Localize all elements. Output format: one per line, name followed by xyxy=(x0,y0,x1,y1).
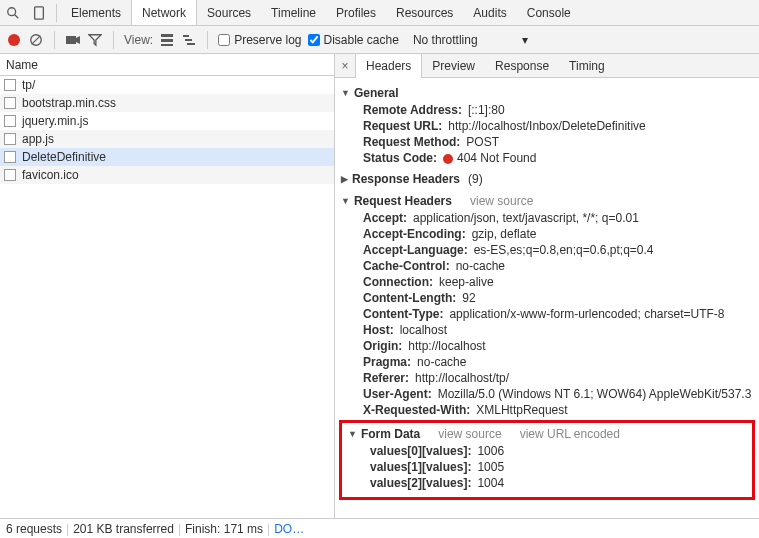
request-headers-section-header[interactable]: ▼Request Headersview source xyxy=(335,192,759,210)
view-label: View: xyxy=(124,33,153,47)
header-row: Accept-Encoding:gzip, deflate xyxy=(335,226,759,242)
header-row: X-Requested-With:XMLHttpRequest xyxy=(335,402,759,418)
request-count: 6 requests xyxy=(6,522,62,536)
file-icon xyxy=(4,79,16,91)
svg-point-0 xyxy=(8,7,16,15)
finish-time: Finish: 171 ms xyxy=(185,522,263,536)
file-icon xyxy=(4,133,16,145)
request-row[interactable]: bootstrap.min.css xyxy=(0,94,334,112)
request-row[interactable]: jquery.min.js xyxy=(0,112,334,130)
svg-line-4 xyxy=(32,35,41,44)
transferred-size: 201 KB transferred xyxy=(73,522,174,536)
svg-rect-8 xyxy=(161,44,173,46)
search-icon[interactable] xyxy=(0,0,26,26)
divider xyxy=(113,31,114,49)
subtab-response[interactable]: Response xyxy=(485,54,559,78)
request-row[interactable]: app.js xyxy=(0,130,334,148)
view-source-link[interactable]: view source xyxy=(438,427,501,441)
divider xyxy=(56,4,57,22)
request-name: DeleteDefinitive xyxy=(22,150,106,164)
filter-icon[interactable] xyxy=(87,32,103,48)
devtools-tabbar: ElementsNetworkSourcesTimelineProfilesRe… xyxy=(0,0,759,26)
svg-rect-10 xyxy=(185,39,192,41)
form-data-highlight: ▼Form Dataview sourceview URL encoded va… xyxy=(339,420,755,500)
request-row[interactable]: favicon.ico xyxy=(0,166,334,184)
device-icon[interactable] xyxy=(26,0,52,26)
record-button[interactable] xyxy=(6,32,22,48)
svg-rect-11 xyxy=(187,43,195,45)
response-headers-section-header[interactable]: ▶Response Headers(9) xyxy=(335,170,759,188)
form-data-section-header[interactable]: ▼Form Dataview sourceview URL encoded xyxy=(342,425,752,443)
svg-rect-2 xyxy=(35,6,44,18)
close-icon[interactable]: × xyxy=(335,59,355,73)
header-row: Accept:application/json, text/javascript… xyxy=(335,210,759,226)
tab-resources[interactable]: Resources xyxy=(386,0,463,26)
header-row: Referer:http://localhost/tp/ xyxy=(335,370,759,386)
tab-console[interactable]: Console xyxy=(517,0,581,26)
name-column-header[interactable]: Name xyxy=(0,54,334,76)
header-row: Accept-Language:es-ES,es;q=0.8,en;q=0.6,… xyxy=(335,242,759,258)
svg-rect-7 xyxy=(161,39,173,42)
header-row: Connection:keep-alive xyxy=(335,274,759,290)
subtab-preview[interactable]: Preview xyxy=(422,54,485,78)
header-row: Origin:http://localhost xyxy=(335,338,759,354)
svg-line-1 xyxy=(15,14,19,18)
header-row: Cache-Control:no-cache xyxy=(335,258,759,274)
file-icon xyxy=(4,169,16,181)
clear-icon[interactable] xyxy=(28,32,44,48)
header-row: Pragma:no-cache xyxy=(335,354,759,370)
request-name: jquery.min.js xyxy=(22,114,88,128)
throttling-select[interactable]: No throttling▾ xyxy=(413,33,528,47)
divider xyxy=(207,31,208,49)
status-dot-icon xyxy=(443,154,453,164)
svg-rect-6 xyxy=(161,34,173,37)
large-rows-icon[interactable] xyxy=(159,32,175,48)
waterfall-icon[interactable] xyxy=(181,32,197,48)
preserve-log-checkbox[interactable]: Preserve log xyxy=(218,33,301,47)
request-row[interactable]: DeleteDefinitive xyxy=(0,148,334,166)
svg-rect-5 xyxy=(66,36,76,44)
request-name: favicon.ico xyxy=(22,168,79,182)
tab-network[interactable]: Network xyxy=(131,0,197,25)
file-icon xyxy=(4,151,16,163)
svg-rect-9 xyxy=(183,35,189,37)
detail-subtabs: × HeadersPreviewResponseTiming xyxy=(335,54,759,78)
tab-timeline[interactable]: Timeline xyxy=(261,0,326,26)
request-name: tp/ xyxy=(22,78,35,92)
general-section-header[interactable]: ▼General xyxy=(335,84,759,102)
status-bar: 6 requests| 201 KB transferred| Finish: … xyxy=(0,518,759,538)
dom-content-link: DO… xyxy=(274,522,304,536)
subtab-timing[interactable]: Timing xyxy=(559,54,615,78)
header-row: Content-Type:application/x-www-form-urle… xyxy=(335,306,759,322)
header-row: Content-Length:92 xyxy=(335,290,759,306)
form-data-row: values[1][values]:1005 xyxy=(342,459,752,475)
subtab-headers[interactable]: Headers xyxy=(355,54,422,78)
tab-audits[interactable]: Audits xyxy=(463,0,516,26)
tab-profiles[interactable]: Profiles xyxy=(326,0,386,26)
header-row: User-Agent:Mozilla/5.0 (Windows NT 6.1; … xyxy=(335,386,759,402)
request-list: tp/bootstrap.min.cssjquery.min.jsapp.jsD… xyxy=(0,76,334,518)
file-icon xyxy=(4,97,16,109)
request-name: app.js xyxy=(22,132,54,146)
request-list-panel: Name tp/bootstrap.min.cssjquery.min.jsap… xyxy=(0,54,335,518)
network-toolbar: View: Preserve log Disable cache No thro… xyxy=(0,26,759,54)
divider xyxy=(54,31,55,49)
view-url-encoded-link[interactable]: view URL encoded xyxy=(520,427,620,441)
view-source-link[interactable]: view source xyxy=(470,194,533,208)
details-panel: × HeadersPreviewResponseTiming ▼General … xyxy=(335,54,759,518)
disable-cache-checkbox[interactable]: Disable cache xyxy=(308,33,399,47)
request-name: bootstrap.min.css xyxy=(22,96,116,110)
headers-view: ▼General Remote Address:[::1]:80 Request… xyxy=(335,78,759,518)
request-row[interactable]: tp/ xyxy=(0,76,334,94)
camera-icon[interactable] xyxy=(65,32,81,48)
file-icon xyxy=(4,115,16,127)
header-row: Host:localhost xyxy=(335,322,759,338)
tab-sources[interactable]: Sources xyxy=(197,0,261,26)
tab-elements[interactable]: Elements xyxy=(61,0,131,26)
form-data-row: values[2][values]:1004 xyxy=(342,475,752,491)
form-data-row: values[0][values]:1006 xyxy=(342,443,752,459)
